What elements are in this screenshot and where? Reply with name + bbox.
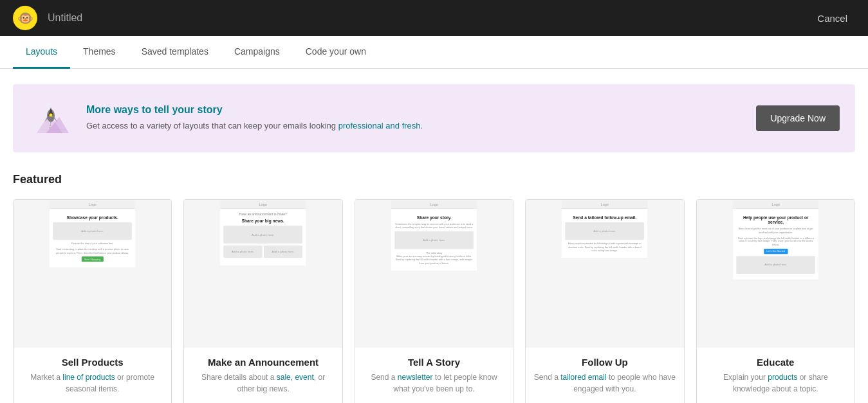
tab-saved-templates[interactable]: Saved templates [129,36,221,69]
featured-title: Featured [13,173,855,186]
card-preview-follow-up: Logo Send a tailored follow-up email. Ad… [526,200,683,348]
email-img: Add a photo here. [394,231,474,249]
promo-title: More ways to tell your story [86,104,743,116]
email-logo-bar: Logo [732,201,818,209]
card-name: Sell Products [21,357,163,368]
email-body: Help people use your product or service.… [732,209,818,280]
email-text2: First, optimize the logo and change the … [736,236,815,246]
tabs-bar: Layouts Themes Saved templates Campaigns… [0,36,868,69]
email-body: Showcase your products. Add a photo here… [50,209,136,268]
card-desc: Explain your products or share knowledge… [705,372,847,395]
logo-icon: 🐵 [17,10,33,26]
email-text1: Since how to get the most out of your pr… [736,227,815,234]
svg-point-7 [49,113,52,116]
mailchimp-logo: 🐵 [13,6,37,30]
email-img: Add a photo here. [53,222,132,240]
email-text: Sometimes the simplest way to connect wi… [394,222,474,229]
cards-grid: Logo Showcase your products. Add a photo… [13,199,855,403]
email-headline: Help people use your product or service. [736,215,815,225]
card-educate[interactable]: Logo Help people use your product or ser… [696,199,855,403]
promo-icon [28,96,73,141]
email-body: Have an announcement to make? Share your… [220,209,306,266]
promo-text: More ways to tell your story Get access … [86,104,743,132]
card-name: Make an Announcement [192,357,334,368]
email-cta-btn: Start Shopping [82,256,104,262]
email-body: Send a tailored follow-up email. Add a p… [562,209,648,258]
email-text: Keep people motivated by following up wi… [565,242,644,252]
cancel-button[interactable]: Cancel [809,9,855,28]
email-img2: Add a photo here. [224,246,263,258]
email-headline: Share your big news. [224,219,303,224]
card-make-announcement[interactable]: Logo Have an announcement to make? Share… [183,199,342,403]
email-text2: The main storyMake your stories easy to … [394,251,474,265]
email-headline: Share your story. [394,215,474,220]
card-preview-announcement: Logo Have an announcement to make? Share… [184,200,342,348]
card-preview-sell-products: Logo Showcase your products. Add a photo… [14,200,171,348]
card-preview-story: Logo Share your story. Sometimes the sim… [355,200,513,348]
featured-section: Featured Logo Showcase your products. Ad… [0,163,868,403]
upgrade-now-button[interactable]: Upgrade Now [756,105,840,131]
tab-themes[interactable]: Themes [70,36,129,69]
header-left: 🐵 Untitled [13,6,82,30]
email-logo-bar: Logo [562,201,648,209]
email-preview-follow-up: Logo Send a tailored follow-up email. Ad… [561,200,648,258]
card-name: Educate [705,357,847,368]
email-body: Share your story. Sometimes the simplest… [391,209,477,271]
promo-illustration [30,98,72,139]
tab-code-your-own[interactable]: Code your own [293,36,379,69]
header: 🐵 Untitled Cancel [0,0,868,36]
campaign-title: Untitled [48,12,82,24]
email-text-body: Start connecting, replace the mockup wit… [53,247,132,255]
email-headline: Send a tailored follow-up email. [565,215,644,220]
email-preview-story: Logo Share your story. Sometimes the sim… [391,200,477,271]
card-sell-products[interactable]: Logo Showcase your products. Add a photo… [13,199,172,403]
email-preview-announcement: Logo Have an announcement to make? Share… [220,200,307,266]
email-logo-bar: Logo [50,201,136,209]
card-desc: Send a tailored email to people who have… [533,372,676,395]
card-desc: Market a line of products or promote sea… [21,372,163,395]
card-name: Tell A Story [363,357,505,368]
card-name: Follow Up [533,357,676,368]
email-img3: Add a photo here. [264,246,302,258]
email-preview-sell-products: Logo Showcase your products. Add a photo… [49,200,136,268]
email-cta-btn: Let's Get Started [763,249,788,254]
email-img: Add a photo here. [736,256,815,274]
email-img1: Add a photo here. [224,226,303,244]
email-img: Add a photo here. [565,222,644,240]
card-info-announcement: Make an Announcement Share details about… [184,348,342,403]
card-info-story: Tell A Story Send a newsletter to let pe… [355,348,513,403]
email-img-row: Add a photo here. Add a photo here. [224,246,303,260]
email-logo-bar: Logo [220,201,306,209]
card-follow-up[interactable]: Logo Send a tailored follow-up email. Ad… [525,199,684,403]
card-info-sell-products: Sell Products Market a line of products … [14,348,171,403]
tab-layouts[interactable]: Layouts [13,36,70,69]
email-preview-educate: Logo Help people use your product or ser… [732,200,819,280]
promo-banner: More ways to tell your story Get access … [13,84,855,152]
email-subheadline: Have an announcement to make? [224,212,303,216]
card-preview-educate: Logo Help people use your product or ser… [697,200,854,348]
card-info-educate: Educate Explain your products or share k… [697,348,854,403]
card-desc: Share details about a sale, event, or ot… [192,372,334,395]
card-desc: Send a newsletter to let people know wha… [363,372,505,395]
promo-desc: Get access to a variety of layouts that … [86,120,743,132]
email-text-feature: Feature the star of your collection firs… [53,242,132,245]
email-logo-bar: Logo [391,201,477,209]
tab-campaigns[interactable]: Campaigns [221,36,293,69]
card-info-follow-up: Follow Up Send a tailored email to peopl… [526,348,683,403]
email-headline: Showcase your products. [53,215,132,220]
card-tell-story[interactable]: Logo Share your story. Sometimes the sim… [355,199,513,403]
